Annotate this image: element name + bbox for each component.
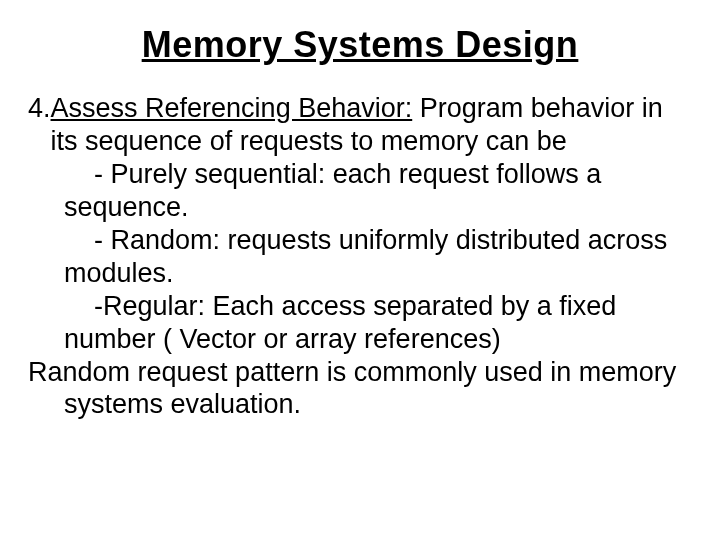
bullet-dash: - <box>94 225 111 255</box>
bullet-regular: -Regular: Each access separated by a fix… <box>28 290 692 356</box>
bullet-sequential: - Purely sequential: each request follow… <box>28 158 692 224</box>
bullet-dash: - <box>94 291 103 321</box>
bullet-marker <box>64 291 94 321</box>
item-content: Assess Referencing Behavior: Program beh… <box>51 92 692 158</box>
bullet-marker <box>64 225 94 255</box>
bullet-marker <box>64 159 94 189</box>
closing-text: Random request pattern is commonly used … <box>28 356 692 422</box>
bullet-text: Purely sequential: each request follows … <box>64 159 601 222</box>
item-lede: Assess Referencing Behavior: <box>51 93 413 123</box>
item-number: 4. <box>28 92 51 158</box>
body-block: 4. Assess Referencing Behavior: Program … <box>28 92 692 421</box>
slide-title: Memory Systems Design <box>28 24 692 66</box>
slide: Memory Systems Design 4. Assess Referenc… <box>0 0 720 540</box>
bullet-dash: - <box>94 159 111 189</box>
bullet-text: Regular: Each access separated by a fixe… <box>64 291 616 354</box>
list-item-4: 4. Assess Referencing Behavior: Program … <box>28 92 692 158</box>
closing-wrapper: Random request pattern is commonly used … <box>28 356 692 422</box>
bullet-text: Random: requests uniformly distributed a… <box>64 225 667 288</box>
bullet-random: - Random: requests uniformly distributed… <box>28 224 692 290</box>
